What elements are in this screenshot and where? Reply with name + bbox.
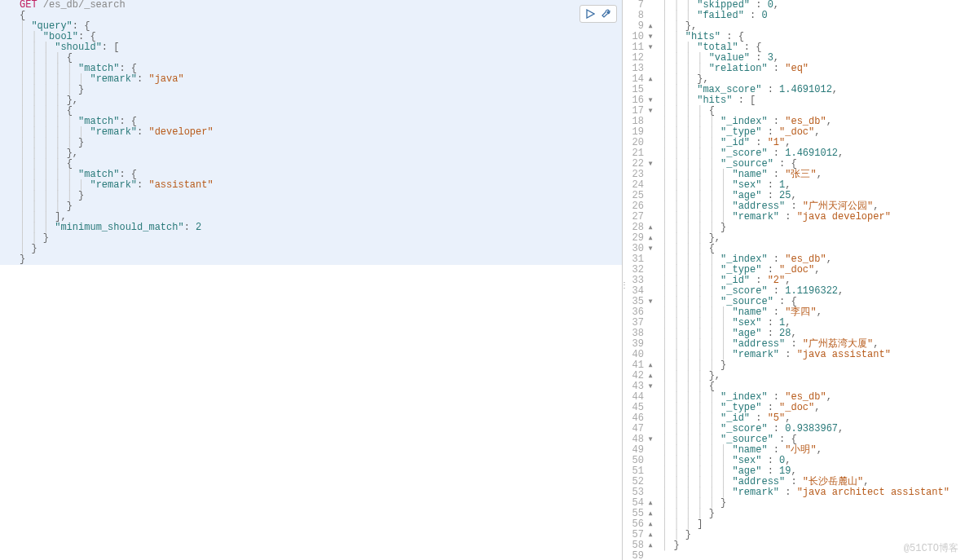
- code-line[interactable]: {: [0, 11, 622, 21]
- play-button[interactable]: [584, 7, 597, 20]
- wrench-icon[interactable]: [600, 7, 613, 20]
- watermark: @51CTO博客: [904, 541, 958, 555]
- code-line[interactable]: │ │ │ │ }: [0, 201, 622, 212]
- code-line[interactable]: │ │ │ │ │ │ "remark": "java": [0, 74, 622, 85]
- code-line[interactable]: │ │ │ "should": [: [0, 42, 622, 53]
- request-code[interactable]: GET /es_db/_search{│ "query": {│ │ "bool…: [0, 0, 622, 265]
- code-line[interactable]: │ }: [0, 244, 622, 254]
- request-editor[interactable]: GET /es_db/_search{│ "query": {│ │ "bool…: [0, 0, 623, 560]
- code-line[interactable]: │ │ │ │ │ }: [0, 85, 622, 95]
- pane-resize-handle[interactable]: ⋮: [623, 284, 625, 298]
- dev-console: GET /es_db/_search{│ "query": {│ │ "bool…: [0, 0, 965, 560]
- code-line[interactable]: │ │ │ │ │ │ "remark": "assistant": [0, 180, 622, 191]
- response-viewer[interactable]: ⋮ 7│ │ │ "skipped" : 0,8│ │ │ "failed" :…: [623, 0, 965, 560]
- code-line[interactable]: }: [0, 254, 622, 265]
- svg-marker-0: [587, 10, 594, 18]
- code-line[interactable]: │ │ │ │ │ }: [0, 191, 622, 201]
- code-line[interactable]: │ │ │ │ },: [0, 148, 622, 159]
- code-line[interactable]: │ │ │ │ },: [0, 95, 622, 106]
- code-line[interactable]: │ │ │ │ │ }: [0, 138, 622, 148]
- request-toolbar: [579, 5, 617, 23]
- code-line[interactable]: │ │ │ "minimum_should_match": 2: [0, 223, 622, 233]
- code-line[interactable]: │ │ │ │ │ │ "remark": "developer": [0, 127, 622, 138]
- code-line[interactable]: │ │ }: [0, 233, 622, 244]
- code-line[interactable]: GET /es_db/_search: [0, 0, 622, 11]
- response-code: 7│ │ │ "skipped" : 0,8│ │ │ "failed" : 0…: [623, 0, 965, 560]
